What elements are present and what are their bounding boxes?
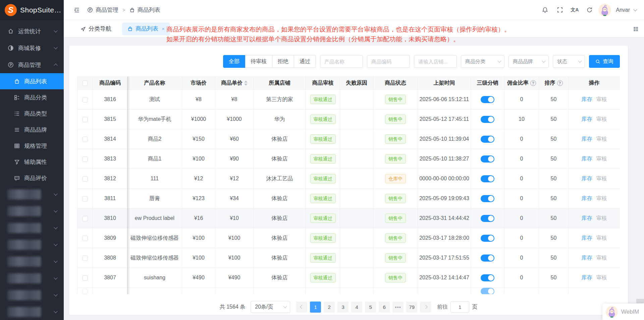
next-page-button[interactable]	[420, 302, 431, 313]
scrollbar-thumb[interactable]	[636, 299, 644, 303]
stock-link[interactable]: 库存	[582, 275, 592, 280]
distribution-toggle[interactable]	[481, 175, 494, 182]
distribution-toggle[interactable]	[481, 195, 494, 202]
distribution-toggle[interactable]	[481, 136, 494, 143]
sidebar-item-product-category[interactable]: 商品分类	[0, 89, 64, 105]
sidebar-item-spec-management[interactable]: 规格管理	[0, 138, 64, 154]
distribution-toggle[interactable]	[481, 96, 494, 103]
sidebar-item-redacted[interactable]	[0, 220, 64, 236]
row-checkbox[interactable]	[83, 289, 88, 294]
goto-page-input[interactable]	[450, 301, 469, 313]
page-size-select[interactable]: 20条/页	[251, 301, 290, 313]
stock-link[interactable]: 库存	[582, 255, 592, 261]
page-button-4[interactable]: 4	[351, 302, 362, 313]
select-all-checkbox[interactable]	[83, 81, 88, 86]
bell-icon[interactable]	[539, 4, 551, 16]
breadcrumb-item[interactable]: 商品列表	[138, 6, 160, 14]
row-checkbox[interactable]	[83, 256, 88, 261]
page-button-2[interactable]: 2	[324, 302, 335, 313]
chevron-down-icon[interactable]	[633, 7, 637, 11]
help-icon[interactable]: ?	[557, 80, 563, 86]
stock-link[interactable]: 库存	[582, 235, 592, 241]
breadcrumb-item[interactable]: 商品管理	[96, 6, 118, 14]
category-select[interactable]: 商品分类	[461, 55, 504, 68]
page-button-6[interactable]: 6	[379, 302, 390, 313]
prev-page-button[interactable]	[296, 302, 307, 313]
audit-link[interactable]: 审核	[596, 136, 607, 142]
sidebar-item-redacted[interactable]	[0, 304, 64, 320]
audit-link[interactable]: 审核	[596, 255, 607, 261]
tab-category-nav[interactable]: 分类导航	[75, 22, 117, 35]
row-checkbox[interactable]	[83, 97, 88, 102]
sidebar-item-redacted[interactable]	[0, 253, 64, 270]
refresh-icon[interactable]	[584, 4, 595, 16]
sidebar-item-redacted[interactable]	[0, 203, 64, 220]
search-button[interactable]: 查询	[589, 55, 620, 68]
product-code-input[interactable]	[367, 55, 410, 68]
sidebar-item-operation-stats[interactable]: 运营统计	[0, 23, 64, 40]
distribution-toggle[interactable]	[481, 235, 494, 242]
row-checkbox[interactable]	[83, 176, 88, 182]
close-icon[interactable]: ×	[162, 26, 165, 32]
sidebar-item-product-management[interactable]: 商品管理	[0, 56, 64, 73]
webim-widget[interactable]: WebIM	[602, 304, 644, 320]
filter-all-button[interactable]: 全部	[223, 55, 245, 68]
distribution-toggle[interactable]	[481, 116, 494, 123]
page-button-3[interactable]: 3	[337, 302, 348, 313]
page-button-79[interactable]: 79	[406, 302, 417, 313]
stock-link[interactable]: 库存	[582, 96, 592, 102]
row-checkbox[interactable]	[83, 156, 88, 162]
stock-link[interactable]: 库存	[582, 156, 592, 162]
page-button-5[interactable]: 5	[365, 302, 376, 313]
sidebar-item-redacted[interactable]	[0, 236, 64, 253]
page-button-1[interactable]: 1	[310, 302, 321, 313]
product-name-input[interactable]	[320, 55, 363, 68]
audit-link[interactable]: 审核	[596, 195, 607, 201]
distribution-toggle[interactable]	[481, 255, 494, 262]
row-checkbox[interactable]	[83, 236, 88, 241]
sidebar-item-product-reviews[interactable]: 商品评价	[0, 170, 64, 186]
audit-link[interactable]: 审核	[596, 215, 607, 221]
audit-link[interactable]: 审核	[596, 275, 607, 280]
tab-product-list[interactable]: 商品列表 ×	[122, 22, 170, 35]
store-input[interactable]	[414, 55, 457, 68]
audit-link[interactable]: 审核	[596, 176, 607, 181]
stock-link[interactable]: 库存	[582, 215, 592, 221]
filter-pending-button[interactable]: 待审核	[245, 55, 272, 68]
row-checkbox[interactable]	[83, 196, 88, 201]
stock-link[interactable]: 库存	[582, 176, 592, 181]
tab-options-icon[interactable]	[633, 20, 639, 38]
filter-rejected-button[interactable]: 拒绝	[272, 55, 294, 68]
distribution-toggle[interactable]	[481, 288, 494, 294]
row-checkbox[interactable]	[83, 216, 88, 221]
distribution-toggle[interactable]	[481, 155, 494, 163]
audit-link[interactable]: 审核	[596, 156, 607, 162]
sidebar-item-mall-decorate[interactable]: 商城装修	[0, 40, 64, 56]
user-name[interactable]: Anvar	[616, 7, 630, 13]
sidebar-item-product-brand[interactable]: 商品品牌	[0, 122, 64, 138]
sidebar-item-redacted[interactable]	[0, 270, 64, 287]
audit-link[interactable]: 审核	[596, 116, 607, 122]
translate-icon[interactable]: 文A	[569, 4, 580, 16]
help-icon[interactable]: ?	[530, 80, 536, 86]
brand-select[interactable]: 商品品牌	[508, 55, 549, 68]
stock-link[interactable]: 库存	[582, 195, 592, 201]
more-pages-button[interactable]: •••	[392, 302, 404, 313]
row-checkbox[interactable]	[83, 117, 88, 122]
row-checkbox[interactable]	[83, 137, 88, 142]
collapse-sidebar-icon[interactable]	[71, 4, 83, 16]
distribution-toggle[interactable]	[481, 215, 494, 222]
stock-link[interactable]: 库存	[582, 136, 592, 142]
distribution-toggle[interactable]	[481, 274, 494, 281]
audit-link[interactable]: 审核	[596, 96, 607, 102]
audit-link[interactable]: 审核	[596, 235, 607, 241]
logo[interactable]: S ShopSuite…	[0, 0, 64, 20]
stock-link[interactable]: 库存	[582, 116, 592, 122]
sidebar-item-redacted[interactable]	[0, 287, 64, 304]
row-checkbox[interactable]	[83, 275, 88, 281]
sidebar-item-redacted[interactable]	[0, 186, 64, 203]
avatar[interactable]	[598, 4, 611, 16]
status-select[interactable]: 状态	[553, 55, 585, 68]
sidebar-item-product-type[interactable]: 商品类型	[0, 105, 64, 122]
sidebar-item-aux-attributes[interactable]: 辅助属性	[0, 154, 64, 170]
